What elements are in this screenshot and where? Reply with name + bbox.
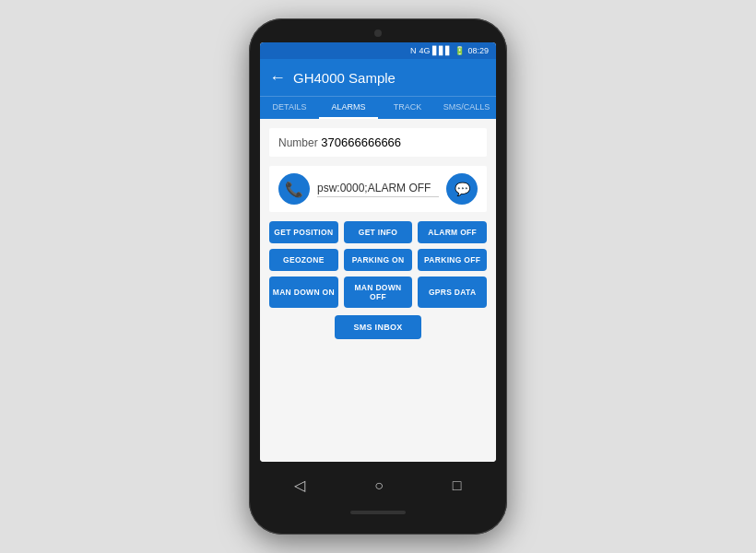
gprs-data-button[interactable]: GPRS DATA [418,276,487,308]
camera [374,29,382,37]
status-icons: N 4G ▋▋▋ 🔋 08:29 [410,46,489,55]
man-down-off-button[interactable]: MAN DOWN OFF [344,276,413,308]
man-down-on-button[interactable]: MAN DOWN ON [269,276,338,308]
status-bar: N 4G ▋▋▋ 🔋 08:29 [260,42,496,59]
command-text[interactable]: psw:0000;ALARM OFF [317,182,439,197]
number-row: Number 370666666666 [269,128,487,157]
command-row: 📞 psw:0000;ALARM OFF 💬 [269,166,487,212]
phone-screen: N 4G ▋▋▋ 🔋 08:29 ← GH4000 Sample DETAILS… [260,42,496,462]
geozone-button[interactable]: GEOZONE [269,249,338,271]
get-info-button[interactable]: GET INFO [344,221,413,243]
sms-send-icon[interactable]: 💬 [446,173,478,205]
nav-home-button[interactable]: ○ [365,474,393,498]
nfc-icon: N [410,46,417,55]
app-title: GH4000 Sample [293,70,396,86]
signal-icon: ▋▋▋ [432,46,452,55]
back-button[interactable]: ← [269,68,286,88]
sms-inbox-button[interactable]: SMS INBOX [335,315,420,339]
parking-off-button[interactable]: PARKING OFF [418,249,487,271]
app-bar: ← GH4000 Sample [260,59,496,96]
tab-details[interactable]: DETAILS [260,97,319,119]
tab-alarms[interactable]: ALARMS [319,97,378,119]
alarm-off-button[interactable]: ALARM OFF [418,221,487,243]
number-value: 370666666666 [321,135,401,149]
battery-icon: 🔋 [455,46,465,55]
tab-smscalls[interactable]: SMS/CALLS [437,97,496,119]
command-buttons-grid: GET POSITION GET INFO ALARM OFF GEOZONE … [269,221,487,308]
nav-back-button[interactable]: ◁ [285,473,314,498]
get-position-button[interactable]: GET POSITION [269,221,338,243]
phone-bottom-bar [350,511,406,514]
phone-device: N 4G ▋▋▋ 🔋 08:29 ← GH4000 Sample DETAILS… [249,18,507,535]
parking-on-button[interactable]: PARKING ON [344,249,413,271]
nav-recent-button[interactable]: □ [443,474,471,498]
tab-bar: DETAILS ALARMS TRACK SMS/CALLS [260,96,496,119]
phone-call-icon[interactable]: 📞 [278,173,310,205]
content-area: Number 370666666666 📞 psw:0000;ALARM OFF… [260,119,496,462]
navigation-bar: ◁ ○ □ [260,465,496,505]
sms-inbox-row: SMS INBOX [269,315,487,339]
time-display: 08:29 [467,46,489,55]
network-icon: 4G [419,46,430,55]
number-label: Number [278,136,318,149]
tab-track[interactable]: TRACK [378,97,437,119]
